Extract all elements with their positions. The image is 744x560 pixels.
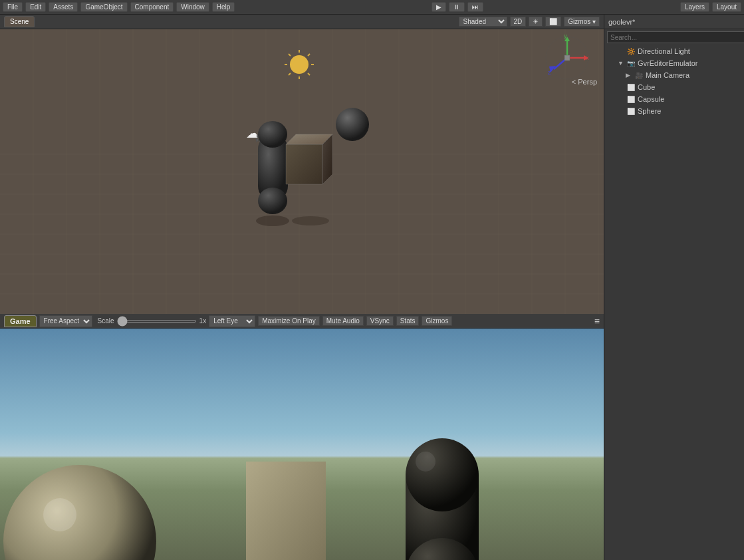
svg-text:y: y (564, 35, 567, 39)
hierarchy-title: goolevr* (608, 18, 635, 26)
persp-label: < Persp (572, 78, 597, 86)
scene-tab[interactable]: Scene (4, 16, 35, 27)
cube-label: Cube (638, 83, 655, 91)
scene-tab-bar: Scene Shaded Wireframe 2D ☀ ⬜ Gizmos ▾ (0, 15, 604, 29)
game-background (0, 329, 604, 560)
window-menu[interactable]: Window (176, 2, 209, 12)
directional-light-label: Directional Light (638, 47, 690, 55)
expand-arrow-camera: ▶ (626, 72, 632, 78)
main-camera-label: Main Camera (646, 71, 689, 79)
game-controls: Free Aspect 16:9 4:3 Scale 1x Left Eye R… (39, 315, 600, 327)
lighting-button[interactable]: ☀ (529, 17, 543, 27)
sphere-label: Sphere (638, 107, 661, 115)
left-panel: Scene Shaded Wireframe 2D ☀ ⬜ Gizmos ▾ (0, 15, 604, 560)
svg-point-64 (43, 498, 76, 531)
file-menu[interactable]: File (3, 2, 23, 12)
top-toolbar: File Edit Assets GameObject Component Wi… (0, 0, 744, 15)
scale-label: Scale (98, 317, 114, 325)
game-tab[interactable]: Game (4, 315, 37, 327)
edit-menu[interactable]: Edit (25, 2, 46, 12)
hierarchy-item-gvreditor[interactable]: ▼ 📷 GvrEditorEmulator (604, 57, 744, 69)
gvreditor-icon: 📷 (626, 60, 636, 67)
vsync-btn[interactable]: VSync (366, 316, 394, 326)
assets-menu[interactable]: Assets (49, 2, 78, 12)
gameobject-menu[interactable]: GameObject (80, 2, 127, 12)
component-menu[interactable]: Component (130, 2, 174, 12)
pause-button[interactable]: ⏸ (449, 2, 465, 12)
fx-button[interactable]: ⬜ (545, 17, 561, 27)
cube-icon: ⬜ (626, 84, 636, 91)
svg-point-49 (292, 216, 329, 225)
scene-view[interactable]: Scene Shaded Wireframe 2D ☀ ⬜ Gizmos ▾ (0, 15, 604, 314)
game-tab-bar: Game Free Aspect 16:9 4:3 Scale 1x Left … (0, 314, 604, 329)
svg-rect-60 (564, 55, 570, 61)
svg-point-71 (416, 452, 435, 472)
directional-light-icon: 🔆 (626, 48, 636, 55)
svg-text:x: x (586, 55, 589, 61)
gizmos-button[interactable]: Gizmos ▾ (564, 17, 600, 27)
scene-grid: ☁ 🎥 (0, 15, 604, 314)
svg-point-40 (258, 188, 287, 214)
expand-arrow-gvreditor: ▼ (618, 60, 624, 67)
hierarchy-header: goolevr* (604, 15, 744, 29)
eye-select[interactable]: Left Eye Right Eye Both (209, 315, 255, 327)
svg-point-69 (406, 438, 479, 511)
help-menu[interactable]: Help (212, 2, 235, 12)
shading-select[interactable]: Shaded Wireframe (459, 17, 507, 27)
sphere-icon: ⬜ (626, 108, 636, 115)
scale-slider[interactable] (117, 320, 197, 323)
hierarchy-item-capsule[interactable]: ⬜ Capsule (604, 93, 744, 105)
main-area: Scene Shaded Wireframe 2D ☀ ⬜ Gizmos ▾ (0, 15, 744, 560)
gvreditor-label: GvrEditorEmulator (638, 59, 697, 67)
scene-toolbar: Shaded Wireframe 2D ☀ ⬜ Gizmos ▾ (459, 17, 600, 27)
game-menu-btn[interactable]: ≡ (594, 316, 600, 327)
gizmo-axis[interactable]: x y z (544, 35, 590, 81)
svg-point-48 (256, 215, 289, 226)
svg-rect-66 (246, 462, 326, 560)
step-button[interactable]: ⏭ (467, 2, 483, 12)
2d-button[interactable]: 2D (510, 17, 527, 27)
play-button[interactable]: ▶ (432, 2, 446, 12)
game-view[interactable]: Game Free Aspect 16:9 4:3 Scale 1x Left … (0, 314, 604, 560)
hierarchy-item-directional-light[interactable]: 🔆 Directional Light (604, 45, 744, 57)
hierarchy-item-main-camera[interactable]: ▶ 🎥 Main Camera (604, 69, 744, 81)
hierarchy-item-cube[interactable]: ⬜ Cube (604, 81, 744, 93)
scale-value: 1x (199, 317, 207, 325)
svg-marker-41 (286, 144, 322, 184)
maximize-on-play-btn[interactable]: Maximize On Play (258, 316, 320, 326)
layout-button[interactable]: Layout (712, 2, 741, 12)
gizmos-btn[interactable]: Gizmos (422, 316, 452, 326)
main-camera-icon: 🎥 (634, 72, 644, 79)
hierarchy-search[interactable] (607, 31, 744, 43)
right-panel: goolevr* 🔆 Directional Light ▼ 📷 GvrEdit… (604, 15, 744, 560)
aspect-select[interactable]: Free Aspect 16:9 4:3 (39, 315, 92, 327)
svg-point-47 (336, 108, 369, 141)
svg-text:z: z (548, 69, 551, 76)
capsule-label: Capsule (638, 95, 664, 103)
svg-point-39 (258, 121, 287, 148)
stats-btn[interactable]: Stats (396, 316, 420, 326)
hierarchy-item-sphere[interactable]: ⬜ Sphere (604, 105, 744, 117)
svg-point-27 (290, 55, 309, 74)
layers-button[interactable]: Layers (680, 2, 709, 12)
capsule-icon: ⬜ (626, 96, 636, 103)
mute-audio-btn[interactable]: Mute Audio (322, 316, 364, 326)
